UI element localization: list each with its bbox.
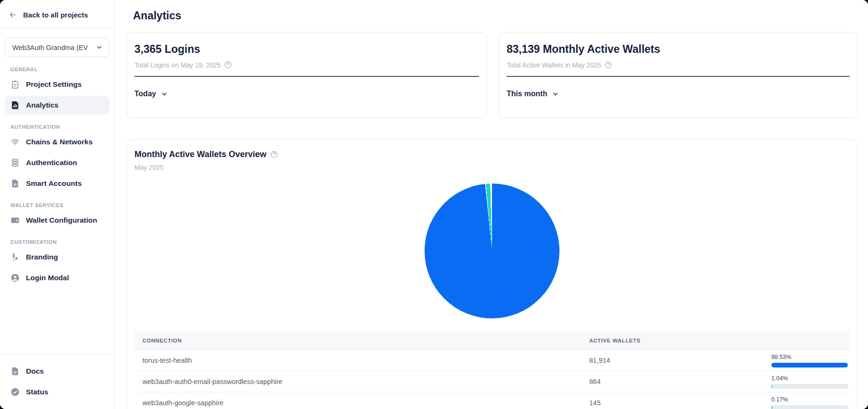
app-window: Back to all projects Web3Auth Grandma (E… [0, 0, 868, 409]
page-title: Analytics [133, 9, 858, 22]
clipboard-icon [10, 80, 20, 89]
active-wallets-cell: 81,914 [589, 357, 771, 364]
active-wallets-range-dropdown[interactable]: This month [507, 90, 559, 98]
question-circle-icon[interactable] [224, 61, 232, 69]
sidebar-item-label: Docs [26, 367, 44, 376]
stat-divider [134, 76, 479, 77]
sidebar-item-label: Analytics [26, 101, 58, 109]
connections-table: CONNECTION ACTIVE WALLETS torus-test-hea… [134, 332, 850, 409]
section-label-general: GENERAL [10, 67, 109, 72]
sidebar-item-project-settings[interactable]: Project Settings [5, 75, 109, 94]
check-circle-icon [10, 387, 20, 397]
sidebar-item-label: Branding [26, 253, 58, 261]
sidebar: Back to all projects Web3Auth Grandma (E… [0, 0, 115, 409]
overview-card-subtitle: May 2025 [134, 164, 850, 171]
logins-stat-subtitle: Total Logins on May 19, 2025 [134, 61, 221, 69]
chevron-down-icon [552, 91, 559, 98]
sidebar-item-label: Authentication [26, 159, 77, 167]
sidebar-item-label: Chains & Networks [26, 138, 92, 146]
sidebar-item-branding[interactable]: Branding [5, 248, 109, 267]
active-wallets-stat-subtitle: Total Active Wallets in May 2025 [507, 61, 601, 69]
project-selector-dropdown[interactable]: Web3Auth Grandma (EV [5, 38, 109, 57]
sidebar-item-label: Login Modal [26, 274, 69, 282]
active-wallets-pie-chart [425, 184, 559, 318]
logins-range-dropdown[interactable]: Today [134, 90, 168, 98]
sidebar-item-label: Wallet Configuration [26, 216, 97, 225]
sidebar-item-label: Status [26, 388, 48, 396]
arrow-left-icon [8, 10, 17, 19]
wallet-icon [10, 216, 20, 225]
chevron-down-icon [96, 44, 103, 51]
document-icon [10, 367, 20, 376]
percent-bar [771, 363, 849, 367]
back-to-projects-link[interactable]: Back to all projects [0, 0, 114, 28]
section-label-authentication: AUTHENTICATION [10, 124, 109, 130]
connection-cell: torus-test-health [134, 357, 589, 364]
question-circle-icon[interactable] [270, 150, 278, 159]
sidebar-item-docs[interactable]: Docs [5, 362, 109, 381]
sidebar-item-analytics[interactable]: Analytics [5, 96, 109, 115]
column-header-connection: CONNECTION [134, 338, 589, 343]
sidebar-footer: Docs Status [0, 354, 114, 409]
connection-cell: web3auth-auth0-email-passwordless-sapphi… [134, 378, 589, 385]
logins-stat-value: 3,365 Logins [134, 43, 479, 56]
sidebar-item-wallet-configuration[interactable]: Wallet Configuration [5, 211, 109, 230]
sidebar-item-smart-accounts[interactable]: Smart Accounts [5, 174, 109, 193]
logins-range-value: Today [134, 90, 156, 98]
column-header-active-wallets: ACTIVE WALLETS [589, 338, 771, 343]
monthly-active-wallets-overview-card: Monthly Active Wallets Overview May 2025… [126, 139, 858, 409]
connection-cell: web3auth-google-sapphire [134, 399, 589, 407]
sidebar-item-login-modal[interactable]: Login Modal [5, 268, 109, 287]
sidebar-item-label: Smart Accounts [26, 179, 82, 188]
active-wallets-cell: 864 [589, 378, 771, 385]
active-wallets-range-value: This month [507, 90, 547, 98]
section-label-customization: CUSTOMIZATION [10, 239, 109, 245]
question-circle-icon[interactable] [604, 61, 612, 69]
active-wallets-stat-value: 83,139 Monthly Active Wallets [507, 43, 850, 56]
chevron-down-icon [161, 91, 168, 98]
sidebar-item-status[interactable]: Status [5, 383, 109, 401]
active-wallets-cell: 145 [589, 399, 771, 407]
brush-icon [10, 252, 20, 262]
percent-label: 0.17% [771, 396, 850, 403]
section-label-wallet-services: WALLET SERVICES [10, 202, 109, 208]
user-circle-icon [10, 273, 20, 283]
stat-divider [507, 76, 850, 77]
table-row: torus-test-health 81,914 98.53% [134, 350, 850, 371]
table-row: web3auth-auth0-email-passwordless-sapphi… [134, 371, 850, 392]
active-wallets-stat-card: 83,139 Monthly Active Wallets Total Acti… [499, 32, 858, 118]
table-header-row: CONNECTION ACTIVE WALLETS [134, 332, 850, 350]
sidebar-item-label: Project Settings [26, 80, 82, 89]
percent-label: 1.04% [771, 375, 850, 382]
sidebar-item-authentication[interactable]: Authentication [5, 153, 109, 172]
layers-stack-icon [10, 158, 20, 167]
analytics-chart-icon [10, 100, 20, 110]
percent-bar [771, 384, 849, 389]
percent-label: 98.53% [771, 354, 850, 360]
table-row: web3auth-google-sapphire 145 0.17% [134, 392, 850, 409]
document-icon [10, 179, 20, 188]
sidebar-item-chains-networks[interactable]: Chains & Networks [5, 133, 109, 151]
sidebar-nav: GENERAL Project Settings Analytics AUTHE… [0, 57, 114, 289]
logins-stat-card: 3,365 Logins Total Logins on May 19, 202… [126, 32, 487, 118]
wifi-icon [10, 137, 20, 147]
stat-cards-row: 3,365 Logins Total Logins on May 19, 202… [126, 32, 858, 118]
project-selector-value: Web3Auth Grandma (EV [12, 44, 88, 51]
main-content: Analytics 3,365 Logins Total Logins on M… [115, 0, 868, 409]
percent-bar [771, 405, 849, 409]
back-label: Back to all projects [23, 11, 88, 19]
overview-card-title: Monthly Active Wallets Overview [134, 150, 267, 159]
